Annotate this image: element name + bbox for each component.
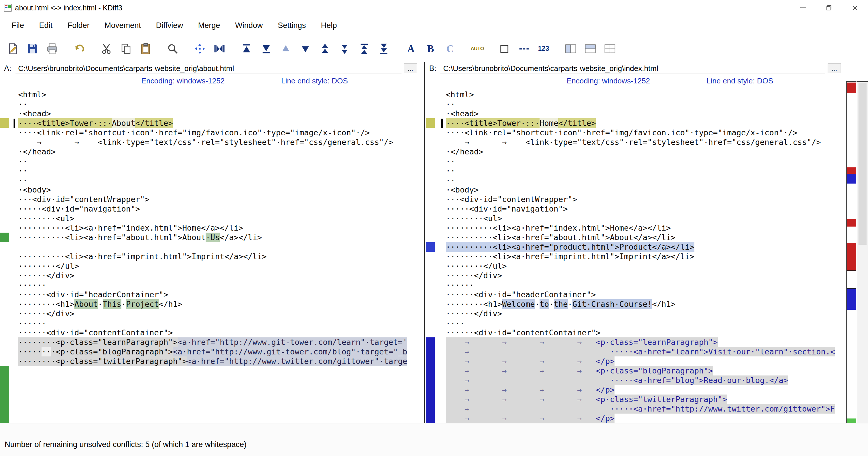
- split-horizontal-button[interactable]: [582, 40, 599, 57]
- code-line[interactable]: ··········<li><a·href="index.html">Home<…: [446, 223, 846, 233]
- paste-button[interactable]: [137, 40, 154, 57]
- code-line[interactable]: ······</div>: [446, 309, 846, 318]
- code-line[interactable]: ······</div>: [18, 309, 424, 318]
- pane-a-browse-button[interactable]: ...: [404, 63, 417, 73]
- menu-movement[interactable]: Movement: [97, 16, 149, 35]
- diff-overview-column[interactable]: [846, 81, 857, 423]
- diff-pane-b[interactable]: <html>···<head>····<title>Tower·::·Home<…: [426, 87, 846, 423]
- code-line[interactable]: ····<link·rel="shortcut·icon"·href="img/…: [446, 128, 846, 137]
- code-line[interactable]: <html>: [446, 90, 846, 99]
- code-line[interactable]: → → → → </p>: [446, 357, 846, 366]
- code-line[interactable]: ······: [18, 280, 424, 290]
- code-line[interactable]: <html>: [18, 90, 424, 99]
- code-line[interactable]: ······: [18, 318, 424, 328]
- goto-prev-conflict-button[interactable]: [317, 40, 333, 57]
- code-line[interactable]: ········<ul>: [446, 213, 846, 223]
- code-line[interactable]: ···<div·id="contentWrapper">: [18, 195, 424, 204]
- save-button[interactable]: [24, 40, 41, 57]
- menu-settings[interactable]: Settings: [270, 16, 313, 35]
- goto-prev-delta-button[interactable]: [277, 40, 294, 57]
- code-line[interactable]: ··········<li><a·href="about.html">About…: [18, 233, 424, 242]
- code-line[interactable]: ······<div·id="headerContainer">: [446, 290, 846, 299]
- code-line[interactable]: → ·····<a·href="blog">Read·our·blog.</a>: [446, 375, 846, 385]
- goto-first-delta-button[interactable]: [238, 40, 255, 57]
- menu-diffview[interactable]: Diffview: [149, 16, 191, 35]
- pane-splitter[interactable]: [424, 62, 425, 423]
- code-line[interactable]: ·<head>: [18, 109, 424, 118]
- pane-a-code[interactable]: <html>···<head>····<title>Tower·::·About…: [9, 87, 424, 423]
- scrollbar-thumb[interactable]: [859, 83, 867, 245]
- code-line[interactable]: → → → → </p>: [446, 385, 846, 395]
- code-line[interactable]: ·····<div·id="navigation">: [446, 204, 846, 213]
- code-line[interactable]: ········<h1>Welcome·to·the·Git·Crash·Cou…: [446, 299, 846, 309]
- code-line[interactable]: ········<ul>: [18, 213, 424, 223]
- code-line[interactable]: ··: [18, 99, 424, 109]
- code-line[interactable]: ·····<div·id="navigation">: [18, 204, 424, 213]
- cut-button[interactable]: [98, 40, 115, 57]
- goto-next-unsolved-conflict-button[interactable]: [375, 40, 392, 57]
- code-line[interactable]: ········<p·class="blogParagraph"><a·href…: [18, 347, 424, 357]
- show-whitespace-button[interactable]: [496, 40, 513, 57]
- code-line[interactable]: ····<link·rel="shortcut·icon"·href="img/…: [18, 128, 424, 137]
- code-line[interactable]: ····<title>Tower·::·About</title>: [18, 118, 424, 128]
- code-line[interactable]: ·<head>: [446, 109, 846, 118]
- code-line[interactable]: ·</head>: [446, 147, 846, 156]
- vertical-scrollbar[interactable]: [857, 81, 868, 423]
- diff-pane-a[interactable]: <html>···<head>····<title>Tower·::·About…: [0, 87, 424, 423]
- choose-b-button[interactable]: B: [422, 40, 439, 57]
- code-line[interactable]: ········</ul>: [18, 261, 424, 271]
- show-whitespace-chars-button[interactable]: [516, 40, 532, 57]
- menu-help[interactable]: Help: [313, 16, 345, 35]
- pane-b-code[interactable]: <html>···<head>····<title>Tower·::·Home<…: [435, 87, 846, 423]
- goto-next-conflict-button[interactable]: [336, 40, 353, 57]
- pane-b-path-input[interactable]: [440, 63, 825, 74]
- code-line[interactable]: ·<body>: [18, 185, 424, 195]
- menu-folder[interactable]: Folder: [60, 16, 97, 35]
- split-vertical-button[interactable]: [562, 40, 579, 57]
- code-line[interactable]: ··: [446, 175, 846, 185]
- goto-next-delta-button[interactable]: [297, 40, 314, 57]
- code-line[interactable]: ······: [446, 280, 846, 290]
- code-line[interactable]: ··········<li><a·href="imprint.html">Imp…: [18, 252, 424, 261]
- code-line[interactable]: ········<h1>About·This·Project</h1>: [18, 299, 424, 309]
- code-line[interactable]: ········<p·class="twitterParagraph"><a·h…: [18, 357, 424, 366]
- code-line[interactable]: ··: [446, 99, 846, 109]
- undo-button[interactable]: [71, 40, 88, 57]
- code-line[interactable]: ······<div·id="contentContainer">: [446, 328, 846, 337]
- code-line[interactable]: ····<title>Tower·::·Home</title>: [446, 118, 846, 128]
- code-line[interactable]: ········</ul>: [446, 261, 846, 271]
- code-line[interactable]: ······</div>: [18, 271, 424, 280]
- code-line[interactable]: ········<p·class="learnParagraph"><a·hre…: [18, 337, 424, 347]
- goto-last-delta-button[interactable]: [258, 40, 275, 57]
- split-grid-button[interactable]: [601, 40, 618, 57]
- code-line[interactable]: → → → → <p·class="learnParagraph">: [446, 337, 846, 347]
- code-line[interactable]: ······<div·id="contentContainer">: [18, 328, 424, 337]
- code-line[interactable]: ··: [446, 166, 846, 175]
- print-button[interactable]: [44, 40, 61, 57]
- code-line[interactable]: ······</div>: [446, 271, 846, 280]
- minimize-button[interactable]: [790, 0, 816, 16]
- menu-merge[interactable]: Merge: [191, 16, 228, 35]
- copy-button[interactable]: [118, 40, 134, 57]
- menu-edit[interactable]: Edit: [32, 16, 60, 35]
- diff-view-button[interactable]: [211, 40, 228, 57]
- pane-b-browse-button[interactable]: ...: [828, 63, 841, 73]
- goto-prev-unsolved-conflict-button[interactable]: [356, 40, 373, 57]
- code-line[interactable]: ··········<li><a·href="index.html">Home<…: [18, 223, 424, 233]
- choose-c-button[interactable]: C: [442, 40, 459, 57]
- code-line[interactable]: → ·····<a·href="http://www.twitter.com/g…: [446, 404, 846, 414]
- pane-a-path-input[interactable]: [15, 63, 402, 74]
- auto-solve-button[interactable]: AUTO: [469, 40, 486, 57]
- code-line[interactable]: → → → → </p>: [446, 414, 846, 423]
- code-line[interactable]: ··········<li><a·href="imprint.html">Imp…: [446, 252, 846, 261]
- code-line[interactable]: ··········<li><a·href="about.html">About…: [446, 233, 846, 242]
- show-line-numbers-button[interactable]: 123: [535, 40, 552, 57]
- code-line[interactable]: ···<div·id="contentWrapper">: [446, 195, 846, 204]
- close-button[interactable]: [842, 0, 868, 16]
- code-line[interactable]: [18, 242, 424, 252]
- restore-button[interactable]: [816, 0, 842, 16]
- goto-current-delta-button[interactable]: [191, 40, 208, 57]
- code-line[interactable]: → → → → <p·class="twitterParagraph">: [446, 395, 846, 404]
- code-line[interactable]: ··: [446, 156, 846, 166]
- code-line[interactable]: ·</head>: [18, 147, 424, 156]
